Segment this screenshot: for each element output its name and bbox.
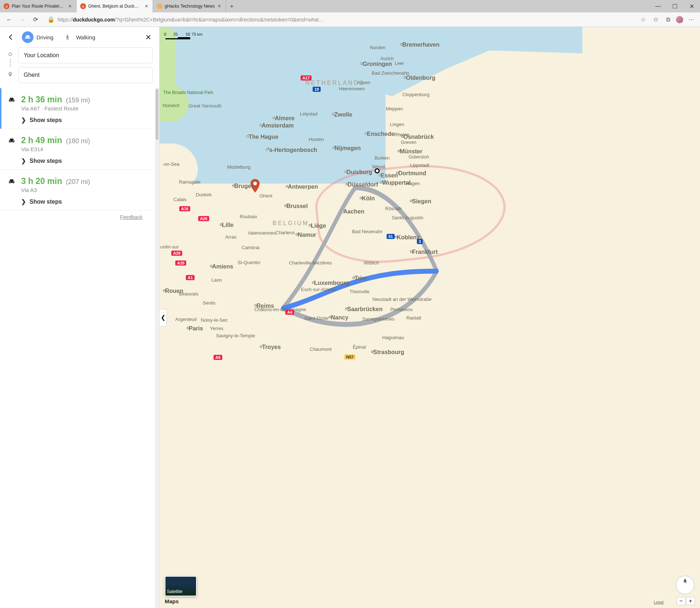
highway-badge: N57 — [344, 354, 355, 360]
tab-title: gHacks Technology News — [165, 4, 215, 9]
route-pins-icon — [7, 47, 14, 83]
mode-driving[interactable]: Driving — [20, 31, 55, 44]
car-icon — [22, 31, 34, 43]
menu-icon[interactable]: ⋯ — [687, 15, 696, 24]
favicon-icon — [157, 3, 163, 9]
show-steps-toggle[interactable]: ❯ Show steps — [21, 198, 148, 205]
zoom-controls: − + — [677, 597, 695, 605]
browser-titlebar: o Plan Your Route Privately: DuckD ✕ o G… — [0, 0, 700, 12]
highway-badge: A4 — [285, 310, 294, 315]
legal-link[interactable]: Legal — [654, 600, 664, 604]
city-dot-icon — [400, 43, 403, 46]
close-icon[interactable]: ✕ — [144, 4, 149, 9]
show-steps-label: Show steps — [30, 158, 62, 164]
route-time: 3 h 20 min — [21, 176, 62, 186]
city-dot-icon — [371, 350, 374, 353]
city-dot-icon — [344, 170, 347, 173]
address-bar: ← → ⟳ 🔒 https://duckduckgo.com/?q=Ghent%… — [0, 12, 700, 27]
scrollbar[interactable] — [155, 88, 159, 608]
route-option[interactable]: 2 h 49 min (180 mi) Via E314 ❯ Show step… — [0, 129, 155, 170]
tab-title: Ghent, Belgium at DuckDuckGo — [88, 4, 142, 9]
city-dot-icon — [401, 135, 404, 138]
svg-point-0 — [67, 35, 68, 36]
url-scheme: https:// — [58, 17, 73, 23]
chevron-right-icon: ❯ — [21, 117, 26, 123]
zoom-out-button[interactable]: − — [677, 597, 685, 605]
collections-icon[interactable]: ⧉ — [664, 15, 672, 24]
back-button[interactable]: ← — [4, 15, 14, 24]
show-steps-toggle[interactable]: ❯ Show steps — [21, 117, 148, 123]
city-dot-icon — [352, 276, 355, 279]
city-dot-icon — [266, 148, 268, 151]
refresh-button[interactable]: ⟳ — [31, 15, 40, 24]
to-input[interactable] — [18, 67, 153, 83]
route-time: 2 h 36 min — [21, 95, 62, 104]
route-via: Via A67 · Fastest Route — [21, 105, 148, 111]
city-dot-icon — [273, 117, 275, 119]
origin-marker[interactable] — [375, 168, 380, 173]
highway-badge: A6 — [214, 355, 222, 360]
url-path: /?q=Ghent%2C+Belgium&va=b&t=hr&ia=maps&i… — [115, 17, 324, 23]
zoom-in-button[interactable]: + — [686, 597, 695, 605]
browser-tab[interactable]: o Plan Your Route Privately: DuckD ✕ — [0, 0, 77, 12]
highway-badge: A17 — [301, 75, 312, 81]
profile-avatar[interactable] — [676, 16, 683, 23]
chevron-right-icon: ❯ — [21, 198, 26, 205]
city-dot-icon — [380, 181, 383, 184]
close-window-button[interactable]: ✕ — [683, 0, 700, 12]
forward-button[interactable]: → — [17, 15, 27, 24]
chevron-right-icon: ❯ — [21, 157, 26, 164]
city-dot-icon — [360, 197, 362, 199]
feedback-link[interactable]: Feedback — [0, 211, 155, 224]
highway-badge: A1 — [186, 275, 195, 280]
new-tab-button[interactable]: ＋ — [226, 0, 238, 12]
from-input[interactable] — [18, 47, 153, 63]
minimize-button[interactable]: — — [650, 0, 666, 12]
route-lines — [160, 27, 700, 608]
city-dot-icon — [332, 146, 335, 149]
close-icon[interactable]: ✕ — [217, 4, 222, 9]
collapse-sidebar-button[interactable]: ❮ — [160, 309, 167, 326]
car-icon — [8, 136, 15, 164]
map-attribution: Maps — [165, 598, 179, 604]
city-dot-icon — [312, 281, 314, 284]
destination-pin[interactable] — [250, 179, 261, 193]
url-field[interactable]: 🔒 https://duckduckgo.com/?q=Ghent%2C+Bel… — [44, 14, 635, 25]
favorites-icon[interactable]: ✩ — [651, 15, 660, 24]
city-dot-icon — [286, 185, 288, 188]
browser-tab-active[interactable]: o Ghent, Belgium at DuckDuckGo ✕ — [77, 0, 153, 12]
lock-icon: 🔒 — [47, 16, 55, 23]
city-dot-icon — [259, 124, 262, 126]
mode-walking[interactable]: Walking — [60, 31, 97, 44]
map-canvas[interactable]: NETHERLANDS BELGIUM The Broads National … — [160, 27, 700, 608]
browser-tab[interactable]: gHacks Technology News ✕ — [153, 0, 226, 12]
city-dot-icon — [246, 135, 249, 138]
route-option[interactable]: 2 h 36 min (159 mi) Via A67 · Fastest Ro… — [0, 88, 155, 129]
directions-panel: Driving Walking — [0, 27, 160, 608]
tab-title: Plan Your Route Privately: DuckD — [12, 4, 65, 9]
scrollbar-thumb[interactable] — [156, 89, 159, 140]
close-icon[interactable]: ✕ — [67, 4, 73, 9]
maximize-button[interactable]: ☐ — [666, 0, 683, 12]
region-label: The Broads National Park — [163, 90, 213, 95]
show-steps-toggle[interactable]: ❯ Show steps — [21, 157, 148, 164]
city-dot-icon — [398, 150, 400, 152]
car-icon — [8, 176, 15, 205]
highway-badge: 3 — [417, 239, 423, 244]
walk-icon — [62, 31, 73, 43]
back-icon[interactable] — [7, 33, 15, 42]
route-option[interactable]: 3 h 20 min (207 mi) Via A3 ❯ Show steps — [0, 170, 155, 211]
city-dot-icon — [341, 210, 344, 212]
route-distance: (159 mi) — [66, 97, 90, 104]
city-dot-icon — [296, 233, 298, 236]
city-dot-icon — [410, 200, 412, 202]
city-dot-icon — [396, 172, 399, 174]
compass-icon[interactable]: N — [675, 575, 695, 595]
scale-bar: 0 25 50 75 km — [164, 32, 203, 39]
satellite-toggle[interactable]: Satellite — [165, 576, 197, 596]
close-panel-icon[interactable] — [144, 33, 153, 42]
mode-label: Driving — [36, 34, 54, 40]
route-distance: (180 mi) — [66, 137, 90, 145]
star-icon[interactable]: ☆ — [639, 15, 648, 24]
route-distance: (207 mi) — [66, 178, 90, 185]
